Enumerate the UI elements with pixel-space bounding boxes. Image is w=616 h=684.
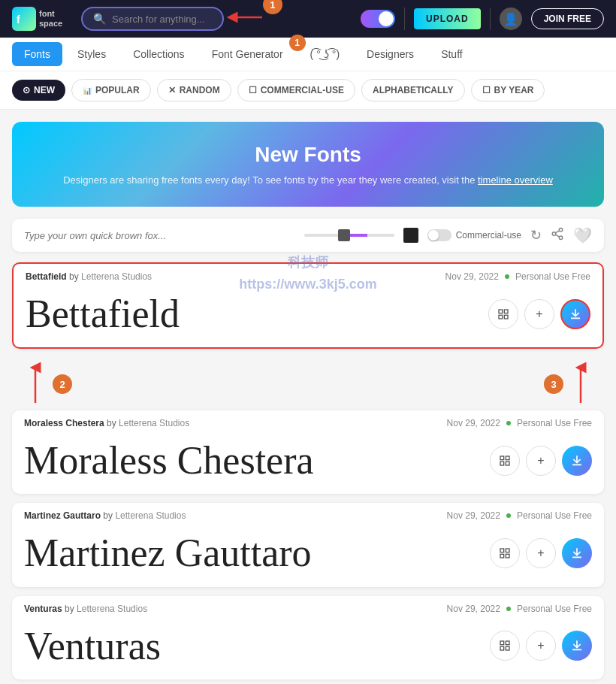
filter-commercial[interactable]: ☐ COMMERCIAL-USE: [237, 79, 355, 101]
font-meta-right-bettafield: Nov 29, 2022 Personal Use Free: [445, 271, 590, 282]
font-meta-left-moraless: Moraless Chestera by Letterena Studios: [24, 418, 189, 428]
font-actions-martinez: +: [490, 538, 592, 568]
commercial-icon: ☐: [249, 85, 257, 95]
logo[interactable]: f fontspace: [12, 7, 72, 31]
by-label: by: [69, 271, 81, 282]
font-actions-moraless: +: [490, 446, 592, 476]
font-card-header-venturas: Venturas by Letterena Studios Nov 29, 20…: [12, 596, 604, 619]
filter-bar: ⊙ NEW 📊 POPULAR ✕ RANDOM ☐ COMMERCIAL-US…: [0, 71, 616, 110]
by-label-3: by: [103, 510, 115, 521]
by-label-2: by: [107, 418, 119, 428]
nav-tabs: Fonts Styles Collections Font Generator …: [0, 38, 616, 71]
tab-stuff[interactable]: Stuff: [429, 42, 475, 66]
filter-popular[interactable]: 📊 POPULAR: [71, 79, 151, 101]
svg-rect-17: [500, 456, 504, 460]
font-author-moraless: Letterena Studios: [119, 418, 189, 428]
svg-rect-9: [504, 310, 508, 313]
svg-rect-25: [500, 554, 504, 558]
refresh-button[interactable]: ↻: [530, 227, 542, 244]
upload-button[interactable]: UPLOAD: [414, 8, 481, 29]
preview-controls: Commercial-use ↻ 🤍: [12, 219, 604, 252]
font-card-header-martinez: Martinez Gauttaro by Letterena Studios N…: [12, 503, 604, 525]
header-divider-2: [490, 8, 491, 30]
font-preview-area-venturas: Venturas +: [12, 619, 604, 679]
font-date-venturas: Nov 29, 2022: [447, 604, 500, 614]
svg-rect-23: [506, 549, 509, 552]
commercial-label: Commercial-use: [456, 230, 521, 241]
svg-point-5: [559, 236, 563, 240]
font-name-venturas[interactable]: Venturas: [24, 604, 62, 614]
by-label-4: by: [65, 604, 77, 614]
font-preview-text-venturas[interactable]: Venturas: [24, 625, 161, 667]
font-meta-left-bettafield: Bettafield by Letterena Studios: [26, 271, 152, 282]
share-button[interactable]: [551, 227, 564, 244]
tab-collections[interactable]: Collections: [121, 42, 196, 66]
add-to-collection-button-moraless[interactable]: +: [526, 446, 556, 476]
font-name-moraless[interactable]: Moraless Chestera: [24, 418, 104, 428]
add-to-collection-button-martinez[interactable]: +: [526, 538, 556, 568]
filter-alphabetically[interactable]: ALPHABETICALLY: [361, 79, 465, 101]
font-card-bettafield: Bettafield by Letterena Studios Nov 29, …: [12, 262, 604, 349]
annotation-group-3: 3: [544, 362, 592, 407]
color-swatch[interactable]: [403, 228, 418, 243]
font-card-header-bettafield: Bettafield by Letterena Studios Nov 29, …: [14, 264, 602, 286]
search-input[interactable]: [112, 14, 212, 25]
svg-rect-10: [504, 315, 508, 319]
font-meta-left-venturas: Venturas by Letterena Studios: [24, 604, 147, 614]
tab-designers[interactable]: Designers: [355, 42, 426, 66]
filter-random[interactable]: ✕ RANDOM: [157, 79, 231, 101]
svg-rect-8: [499, 310, 503, 313]
font-preview-text-moraless[interactable]: Moraless Chestera: [24, 439, 314, 482]
svg-line-6: [555, 235, 559, 237]
font-preview-text-martinez[interactable]: Martinez Gauttaro: [24, 531, 312, 574]
header: f fontspace 🔍 1 UPLOAD 👤 JOIN FREE: [0, 0, 616, 38]
filter-new[interactable]: ⊙ NEW: [12, 80, 65, 101]
svg-line-7: [555, 230, 559, 232]
tab-font-generator[interactable]: Font Generator: [200, 42, 295, 66]
font-date-bettafield: Nov 29, 2022: [445, 271, 499, 282]
svg-rect-24: [506, 554, 509, 558]
preview-fullscreen-button-bettafield[interactable]: [488, 299, 518, 329]
font-date-moraless: Nov 29, 2022: [447, 418, 500, 428]
timeline-link[interactable]: timeline overview: [478, 174, 553, 186]
tab-emoticon[interactable]: ( ͡° ͜ʖ ͡°): [298, 42, 352, 66]
commercial-use-toggle[interactable]: [427, 229, 451, 241]
download-button-bettafield[interactable]: [560, 299, 590, 329]
logo-icon: f: [12, 7, 36, 31]
font-name-martinez[interactable]: Martinez Gauttaro: [24, 510, 101, 521]
font-license-venturas: Personal Use Free: [517, 604, 592, 614]
annotation-badge-1: 1: [263, 0, 282, 14]
font-name-bettafield[interactable]: Bettafield: [26, 271, 67, 282]
download-button-martinez[interactable]: [562, 538, 592, 568]
font-preview-text-bettafield[interactable]: Bettafield: [26, 292, 180, 335]
toggle-knob-mini: [428, 230, 439, 241]
tab-fonts[interactable]: Fonts: [12, 42, 62, 66]
add-to-collection-button-venturas[interactable]: +: [526, 631, 556, 661]
join-free-button[interactable]: JOIN FREE: [531, 8, 604, 29]
download-button-moraless[interactable]: [562, 446, 592, 476]
svg-rect-19: [506, 462, 509, 465]
font-size-slider[interactable]: [304, 234, 394, 237]
font-card-moraless: Moraless Chestera by Letterena Studios N…: [12, 410, 604, 494]
hero-banner: New Fonts Designers are sharing free fon…: [12, 122, 604, 207]
annotation-group-2: 2: [24, 362, 72, 407]
avatar[interactable]: 👤: [500, 8, 522, 30]
font-date-martinez: Nov 29, 2022: [447, 510, 500, 521]
svg-text:f: f: [17, 14, 20, 26]
filter-by-year[interactable]: ☐ BY YEAR: [471, 79, 545, 101]
font-author-venturas: Letterena Studios: [77, 604, 147, 614]
search-bar[interactable]: 🔍 1: [81, 7, 224, 31]
download-button-venturas[interactable]: [562, 631, 592, 661]
preview-fullscreen-button-venturas[interactable]: [490, 631, 520, 661]
svg-rect-11: [499, 315, 503, 319]
dark-mode-toggle[interactable]: [361, 10, 395, 28]
preview-fullscreen-button-martinez[interactable]: [490, 538, 520, 568]
font-author-bettafield: Letterena Studios: [81, 271, 152, 282]
preview-text-input[interactable]: [24, 230, 295, 241]
search-icon: 🔍: [93, 13, 106, 25]
main-content: New Fonts Designers are sharing free fon…: [0, 110, 616, 684]
tab-styles[interactable]: Styles: [65, 42, 118, 66]
favorite-button[interactable]: 🤍: [573, 226, 592, 244]
add-to-collection-button-bettafield[interactable]: +: [524, 299, 554, 329]
preview-fullscreen-button-moraless[interactable]: [490, 446, 520, 476]
